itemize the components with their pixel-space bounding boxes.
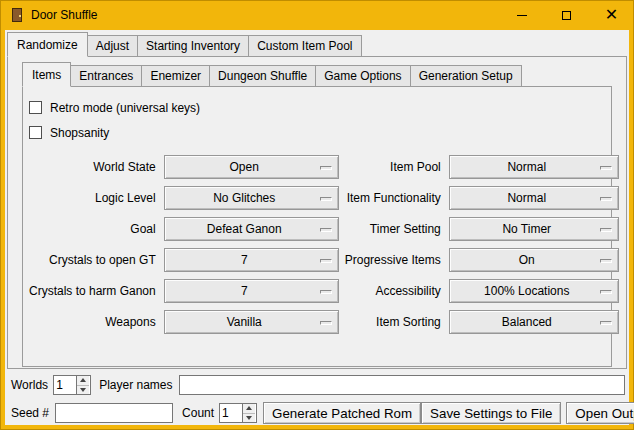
timer-setting-dropdown[interactable]: No Timer: [449, 217, 619, 241]
count-spin-down-button[interactable]: [243, 414, 255, 423]
weapons-value: Vanilla: [227, 315, 276, 329]
maximize-icon: [562, 11, 571, 20]
save-settings-button[interactable]: Save Settings to File: [421, 402, 561, 424]
dropdown-indicator-icon: [600, 321, 612, 325]
tab-starting-inventory[interactable]: Starting Inventory: [137, 35, 249, 57]
accessibility-label: Accessibility: [375, 284, 442, 298]
maximize-button[interactable]: [544, 0, 589, 30]
timer-setting-value: No Timer: [502, 222, 565, 236]
close-icon: ✕: [605, 10, 618, 20]
item-sorting-value: Balanced: [502, 315, 566, 329]
item-pool-dropdown[interactable]: Normal: [449, 155, 619, 179]
dropdown-indicator-icon: [320, 166, 332, 170]
count-spin-input[interactable]: [220, 404, 242, 422]
accessibility-dropdown[interactable]: 100% Locations: [449, 279, 619, 303]
tab-entrances[interactable]: Entrances: [70, 65, 142, 87]
seed-label: Seed #: [11, 406, 49, 420]
dropdown-indicator-icon: [600, 197, 612, 201]
dropdown-indicator-icon: [600, 166, 612, 170]
tab-enemizer[interactable]: Enemizer: [141, 65, 210, 87]
crystals-open-gt-label: Crystals to open GT: [49, 253, 158, 267]
item-functionality-value: Normal: [507, 191, 560, 205]
tab-generation-setup[interactable]: Generation Setup: [410, 65, 522, 87]
shopsanity-checkbox[interactable]: [29, 126, 42, 139]
world-state-label: World State: [93, 160, 157, 174]
count-label: Count: [182, 406, 214, 420]
count-spin-arrows: [242, 404, 255, 422]
worlds-label: Worlds: [11, 378, 48, 392]
open-output-directory-button[interactable]: Open Output Directory: [566, 402, 634, 424]
app-window: Door Shuffle ✕ Randomize Adjust Starting…: [0, 0, 634, 430]
window-title: Door Shuffle: [31, 8, 98, 22]
item-pool-label: Item Pool: [390, 160, 443, 174]
retro-mode-label: Retro mode (universal keys): [50, 101, 200, 115]
shopsanity-row: Shopsanity: [29, 120, 605, 145]
shopsanity-label: Shopsanity: [50, 126, 109, 140]
crystals-open-gt-dropdown[interactable]: 7: [164, 248, 339, 272]
worlds-spinbox: [53, 375, 91, 395]
world-state-dropdown[interactable]: Open: [164, 155, 339, 179]
count-spinbox: [219, 403, 257, 423]
tab-custom-item-pool[interactable]: Custom Item Pool: [248, 35, 361, 57]
crystals-harm-ganon-value: 7: [241, 284, 262, 298]
close-button[interactable]: ✕: [589, 0, 634, 30]
items-pane: Retro mode (universal keys) Shopsanity W…: [22, 86, 612, 367]
progressive-items-label: Progressive Items: [345, 253, 443, 267]
player-names-input[interactable]: [179, 375, 626, 395]
options-grid: World State Open Item Pool Normal Logic …: [29, 151, 605, 337]
generate-patched-rom-button[interactable]: Generate Patched Rom: [263, 402, 421, 424]
progressive-items-value: On: [519, 253, 549, 267]
retro-mode-checkbox[interactable]: [29, 101, 42, 114]
arrow-down-icon: [246, 416, 252, 420]
arrow-up-icon: [80, 378, 86, 382]
item-functionality-label: Item Functionality: [347, 191, 443, 205]
randomize-pane: Items Entrances Enemizer Dungeon Shuffle…: [7, 56, 627, 369]
weapons-dropdown[interactable]: Vanilla: [164, 310, 339, 334]
timer-setting-label: Timer Setting: [370, 222, 443, 236]
worlds-spin-input[interactable]: [54, 376, 76, 394]
progressive-items-dropdown[interactable]: On: [449, 248, 619, 272]
weapons-label: Weapons: [105, 315, 157, 329]
dropdown-indicator-icon: [320, 197, 332, 201]
accessibility-value: 100% Locations: [484, 284, 583, 298]
tab-items[interactable]: Items: [22, 62, 71, 87]
dropdown-indicator-icon: [320, 290, 332, 294]
minimize-button[interactable]: [499, 0, 544, 30]
world-state-value: Open: [230, 160, 273, 174]
crystals-harm-ganon-label: Crystals to harm Ganon: [29, 284, 158, 298]
dropdown-indicator-icon: [600, 290, 612, 294]
crystals-harm-ganon-dropdown[interactable]: 7: [164, 279, 339, 303]
arrow-up-icon: [246, 406, 252, 410]
dropdown-indicator-icon: [600, 259, 612, 263]
worlds-row: Worlds Player names: [11, 375, 625, 395]
seed-row: Seed # Count Generate Patched Rom Save S…: [11, 402, 625, 424]
seed-input[interactable]: [55, 403, 173, 423]
dropdown-indicator-icon: [320, 228, 332, 232]
retro-mode-row: Retro mode (universal keys): [29, 95, 605, 120]
dropdown-indicator-icon: [600, 228, 612, 232]
app-icon: [9, 7, 25, 23]
window-content: Randomize Adjust Starting Inventory Cust…: [5, 30, 629, 425]
titlebar: Door Shuffle ✕: [0, 0, 634, 30]
item-functionality-dropdown[interactable]: Normal: [449, 186, 619, 210]
goal-value: Defeat Ganon: [207, 222, 296, 236]
tab-randomize[interactable]: Randomize: [7, 32, 88, 57]
logic-level-value: No Glitches: [213, 191, 289, 205]
goal-dropdown[interactable]: Defeat Ganon: [164, 217, 339, 241]
worlds-spin-arrows: [76, 376, 89, 394]
item-sorting-dropdown[interactable]: Balanced: [449, 310, 619, 334]
sub-tabbar: Items Entrances Enemizer Dungeon Shuffle…: [22, 62, 626, 87]
worlds-spin-down-button[interactable]: [77, 386, 89, 395]
count-spin-up-button[interactable]: [243, 404, 255, 414]
item-sorting-label: Item Sorting: [376, 315, 443, 329]
worlds-spin-up-button[interactable]: [77, 376, 89, 386]
tab-adjust[interactable]: Adjust: [87, 35, 138, 57]
item-pool-value: Normal: [507, 160, 560, 174]
player-names-label: Player names: [99, 378, 172, 392]
arrow-down-icon: [80, 388, 86, 392]
tab-dungeon-shuffle[interactable]: Dungeon Shuffle: [209, 65, 316, 87]
dropdown-indicator-icon: [320, 321, 332, 325]
logic-level-dropdown[interactable]: No Glitches: [164, 186, 339, 210]
tab-game-options[interactable]: Game Options: [315, 65, 410, 87]
minimize-icon: [517, 15, 527, 16]
